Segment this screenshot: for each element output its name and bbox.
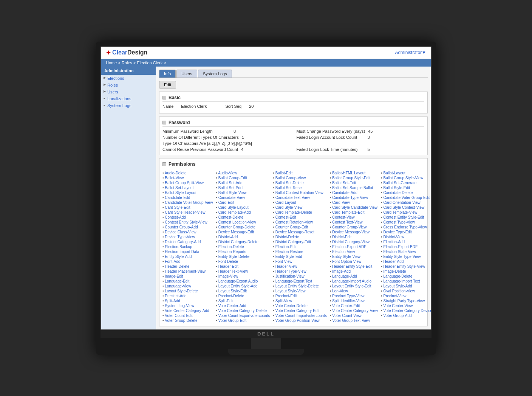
permission-item[interactable]: Voter Group Text-View <box>330 318 378 323</box>
permission-item[interactable]: District Category-Add <box>162 239 213 244</box>
permission-item[interactable]: Vote Center Category Device Type-View <box>381 308 431 313</box>
sidebar-item-localizations[interactable]: Localizations <box>101 95 156 102</box>
permission-item[interactable]: Ballot Set-Layout <box>162 185 213 190</box>
permission-item[interactable]: Election-Backup <box>162 244 213 249</box>
permission-item[interactable]: Candidate-Edit <box>162 195 213 200</box>
permission-item[interactable]: Ballot Style-Edit <box>381 185 431 190</box>
permission-item[interactable]: Voter Group-Delete <box>162 318 213 323</box>
permission-item[interactable]: Audio-Delete <box>162 171 213 175</box>
permission-item[interactable]: Voter Group Position-View <box>273 318 326 323</box>
permission-item[interactable]: Ballot Set-Print <box>216 185 270 190</box>
permission-item[interactable]: Candidate-View <box>216 195 270 200</box>
permission-item[interactable]: Layout Style-Delete <box>162 289 213 294</box>
permission-item[interactable]: Precinct-View <box>381 294 431 298</box>
permission-item[interactable]: Entity Style-Add <box>162 254 213 259</box>
permission-item[interactable]: Card Template-Delete <box>273 210 326 215</box>
permission-item[interactable]: Ballot Set-Reset <box>273 185 326 190</box>
tab-users[interactable]: Users <box>176 70 197 78</box>
permission-item[interactable]: Ballot Group Style-Edit <box>330 175 378 180</box>
permission-item[interactable]: Voter Count-View <box>330 313 378 318</box>
sidebar-item-roles[interactable]: Roles <box>101 82 156 89</box>
permission-item[interactable]: Card Template-Edit <box>330 210 378 215</box>
permission-item[interactable]: Card-Layout <box>273 200 326 205</box>
permission-item[interactable]: Straight Party Type-View <box>381 298 431 303</box>
permission-item[interactable]: Vote Center Category-Delete <box>216 308 270 313</box>
permission-item[interactable]: Card Style-View <box>273 205 326 210</box>
permission-item[interactable]: Candidate Voter Group-View <box>162 200 213 205</box>
permission-item[interactable]: Vote Center-Edit <box>330 303 378 308</box>
permission-item[interactable]: Election-Restore <box>273 249 326 254</box>
permission-item[interactable]: Candidate Text-View <box>273 195 326 200</box>
permission-item[interactable]: Justification-View <box>273 274 326 279</box>
permission-item[interactable]: Ballot Set-Sample Ballot <box>330 185 378 190</box>
permission-item[interactable]: Election State-View <box>381 249 431 254</box>
permission-item[interactable]: Counter Group-View <box>330 225 378 230</box>
permission-item[interactable]: Contest-Edit <box>273 215 326 220</box>
permission-item[interactable]: Card Style Header-View <box>162 210 213 215</box>
permission-item[interactable]: Language-Add <box>330 274 378 279</box>
admin-menu[interactable]: Administrator▼ <box>395 50 426 55</box>
permission-item[interactable]: Contest-Delete <box>216 215 270 220</box>
permission-item[interactable]: Card Style-Layout <box>216 205 270 210</box>
permission-item[interactable]: Image-Edit <box>162 274 213 279</box>
permission-item[interactable]: Entity Style-Delete <box>216 254 270 259</box>
permission-item[interactable]: Font-Delete <box>216 259 270 264</box>
permission-item[interactable]: Contest-View <box>330 215 378 220</box>
permission-item[interactable]: Device Class-View <box>162 230 213 234</box>
permission-item[interactable]: Candidate Type-View <box>330 195 378 200</box>
permission-item[interactable]: Image-View <box>216 274 270 279</box>
permission-item[interactable]: Election-Export ADF <box>330 244 378 249</box>
permission-item[interactable]: Device Message-Reset <box>273 230 326 234</box>
permission-item[interactable]: Layout Entity Style-Add <box>216 284 270 289</box>
permission-item[interactable]: Language-Export Text <box>273 279 326 284</box>
permission-item[interactable]: Oval Position-View <box>381 289 431 294</box>
permission-item[interactable]: Audio-View <box>216 171 270 175</box>
permission-item[interactable]: Entity Style-View <box>330 254 378 259</box>
permission-item[interactable]: District Category-View <box>330 239 378 244</box>
permission-item[interactable]: Device Message-Edit <box>216 230 270 234</box>
permission-item[interactable]: Election-Import Data <box>162 249 213 254</box>
permission-item[interactable]: Card Template-Add <box>216 210 270 215</box>
permission-item[interactable]: Contest Entity Style-Edit <box>381 215 431 220</box>
permission-item[interactable]: Vote Center Category-View <box>330 308 378 313</box>
permission-item[interactable]: Vote Center Category-Add <box>162 308 213 313</box>
permission-item[interactable]: Vote Center-Add <box>216 303 270 308</box>
permission-item[interactable]: Card-Edit <box>216 200 270 205</box>
permission-item[interactable]: Candidate-Add <box>330 190 378 195</box>
permission-item[interactable]: Card Template-View <box>381 210 431 215</box>
permission-item[interactable]: Layout Style-Add <box>381 284 431 289</box>
permission-item[interactable]: Header-Add <box>381 259 431 264</box>
permission-item[interactable]: Ballot Group Style-View <box>381 175 431 180</box>
permission-item[interactable]: Ballot Style-Layout <box>162 190 213 195</box>
permission-item[interactable]: Split Identifier-View <box>330 298 378 303</box>
permission-item[interactable]: System Log-View <box>162 303 213 308</box>
permission-item[interactable]: Card Style Contest-View <box>381 205 431 210</box>
tab-info[interactable]: Info <box>159 70 176 78</box>
permission-item[interactable]: Contest Rotation-View <box>273 220 326 225</box>
permission-item[interactable]: Header Entity Style-View <box>381 264 431 269</box>
sidebar-item-system-logs[interactable]: System Logs <box>101 102 156 109</box>
permission-item[interactable]: Election-View <box>330 249 378 254</box>
permission-item[interactable]: Font Option-View <box>330 259 378 264</box>
permission-item[interactable]: Election-Export BDF <box>381 244 431 249</box>
permission-item[interactable]: Split-View <box>273 298 326 303</box>
permission-item[interactable]: Cross Endorse Type-View <box>381 225 431 230</box>
permission-item[interactable]: District-Add <box>216 234 270 239</box>
permission-item[interactable]: Ballot Set-Edit <box>330 180 378 185</box>
permission-item[interactable]: Precinct-Delete <box>216 294 270 298</box>
permission-item[interactable]: Ballot Style-View <box>216 190 270 195</box>
permission-item[interactable]: Ballot Group-View <box>273 175 326 180</box>
permission-item[interactable]: Counter Group-Edit <box>273 225 326 230</box>
permission-item[interactable]: Candidate-Delete <box>381 190 431 195</box>
permission-item[interactable]: Contest Entity Style-View <box>162 220 213 225</box>
permission-item[interactable]: Device Type-Edit <box>381 230 431 234</box>
permission-item[interactable]: Voter Count-Importvotercounts <box>273 313 326 318</box>
permission-item[interactable]: District-Edit <box>330 234 378 239</box>
permission-item[interactable]: Ballot Group-Edit <box>216 175 270 180</box>
permission-item[interactable]: Voter Group-Edit <box>216 318 270 323</box>
permission-item[interactable]: Log-View <box>330 289 378 294</box>
permission-item[interactable]: Precinct-Add <box>162 294 213 298</box>
permission-item[interactable]: Layout Style-Edit <box>216 289 270 294</box>
permission-item[interactable]: Election-Reports <box>216 249 270 254</box>
permission-item[interactable]: Header-View <box>273 264 326 269</box>
